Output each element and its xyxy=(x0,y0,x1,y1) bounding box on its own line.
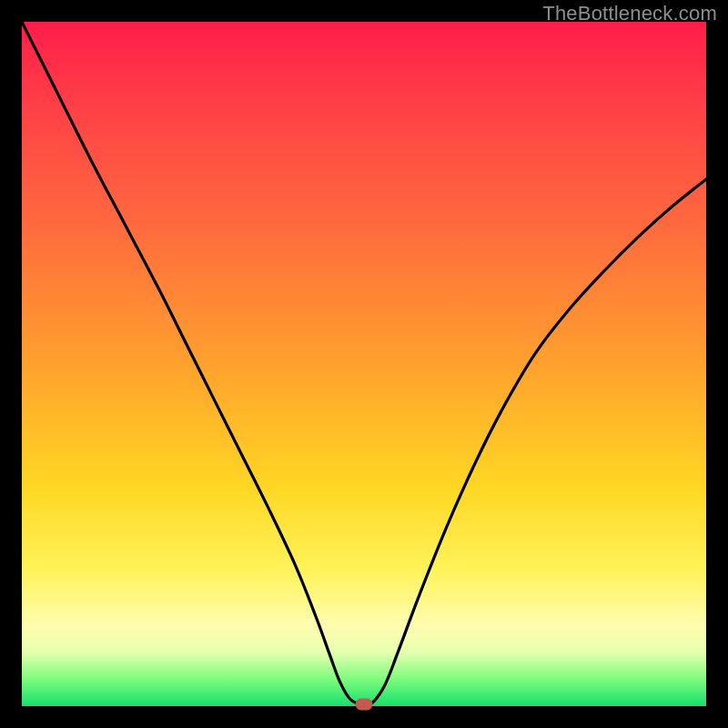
chart-frame: TheBottleneck.com xyxy=(0,0,728,728)
min-marker xyxy=(356,699,373,711)
watermark-text: TheBottleneck.com xyxy=(542,2,717,25)
gradient-plot-area xyxy=(22,22,706,706)
